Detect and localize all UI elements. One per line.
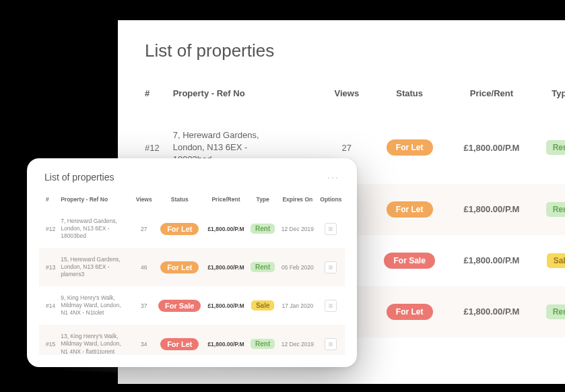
col-type: Type bbox=[247, 189, 277, 209]
cell-status: For Sale bbox=[155, 286, 204, 325]
col-property: Property - Ref No bbox=[58, 189, 133, 209]
cell-status: For Sale bbox=[370, 235, 449, 286]
col-num: # bbox=[39, 189, 58, 209]
cell-price: £1,800.00/P.M bbox=[205, 209, 248, 248]
status-badge: For Sale bbox=[158, 300, 201, 312]
col-price: Price/Rent bbox=[449, 68, 534, 112]
cell-type: Rent bbox=[247, 209, 277, 248]
status-badge: For Let bbox=[387, 201, 433, 218]
col-status: Status bbox=[155, 189, 204, 209]
status-badge: For Let bbox=[160, 223, 199, 235]
col-options: Options bbox=[317, 189, 345, 209]
cell-status: For Let bbox=[370, 112, 449, 184]
cell-price: £1,800.00/P.M bbox=[449, 235, 534, 286]
cell-views: 46 bbox=[133, 248, 155, 286]
cell-status: For Let bbox=[155, 325, 204, 355]
cell-num: #13 bbox=[39, 248, 58, 286]
cell-type: Rent bbox=[534, 112, 565, 184]
col-expires: Expires On bbox=[278, 189, 317, 209]
type-badge: Sale bbox=[547, 253, 565, 268]
status-badge: For Sale bbox=[384, 253, 434, 269]
type-badge: Rent bbox=[251, 262, 275, 272]
cell-views: 37 bbox=[133, 286, 155, 325]
type-badge: Rent bbox=[546, 202, 565, 217]
col-views: Views bbox=[133, 189, 155, 209]
cell-status: For Let bbox=[155, 209, 204, 248]
table-row[interactable]: #14 9, King Henry's Walk,Mildmay Ward, L… bbox=[39, 286, 345, 325]
status-badge: For Let bbox=[387, 139, 433, 156]
table-row[interactable]: #13 15, Hereward Gardens,London, N13 6EX… bbox=[39, 248, 345, 286]
cell-expires: 05 Feb 2020 bbox=[278, 248, 317, 286]
list-icon bbox=[327, 226, 334, 232]
col-price: Price/Rent bbox=[205, 189, 248, 209]
cell-price: £1,800.00/P.M bbox=[449, 112, 534, 184]
cell-options bbox=[317, 325, 345, 355]
cell-property: 7, Hereward Gardens,London, N13 6EX - 18… bbox=[58, 209, 133, 248]
cell-price: £1,800.00/P.M bbox=[205, 325, 248, 355]
cell-options bbox=[317, 209, 345, 248]
cell-price: £1,800.00/P.M bbox=[449, 286, 534, 337]
cell-num: #15 bbox=[39, 325, 58, 355]
type-badge: Rent bbox=[251, 224, 275, 234]
device-mockup: List of properties ··· # Property - Ref … bbox=[27, 158, 357, 367]
cell-type: Rent bbox=[534, 286, 565, 337]
table-row[interactable]: #15 13, King Henry's Walk,Mildmay Ward, … bbox=[39, 325, 345, 355]
status-badge: For Let bbox=[160, 338, 199, 350]
list-icon bbox=[327, 302, 334, 309]
col-views: Views bbox=[323, 68, 370, 112]
table-row[interactable]: #12 7, Hereward Gardens,London, N13 6EX … bbox=[39, 209, 345, 248]
list-icon bbox=[327, 264, 334, 271]
cell-num: #14 bbox=[39, 286, 58, 325]
cell-property: 9, King Henry's Walk,Mildmay Ward, Londo… bbox=[58, 286, 133, 325]
page-title: List of properties bbox=[118, 20, 565, 68]
cell-options bbox=[317, 248, 345, 286]
cell-status: For Let bbox=[155, 248, 204, 286]
col-property: Property - Ref No bbox=[166, 68, 323, 112]
cell-views: 34 bbox=[133, 325, 155, 355]
row-options-button[interactable] bbox=[325, 338, 337, 350]
col-num: # bbox=[118, 68, 166, 112]
device-screen: List of properties ··· # Property - Ref … bbox=[39, 168, 345, 355]
cell-type: Rent bbox=[247, 325, 277, 355]
cell-property: 13, King Henry's Walk,Mildmay Ward, Lond… bbox=[58, 325, 133, 355]
row-options-button[interactable] bbox=[325, 300, 337, 312]
col-status: Status bbox=[370, 68, 449, 112]
floor-shadow bbox=[0, 364, 404, 384]
cell-type: Sale bbox=[247, 286, 277, 325]
more-menu-icon[interactable]: ··· bbox=[327, 172, 339, 183]
table-header-row: # Property - Ref No Views Status Price/R… bbox=[118, 68, 565, 112]
cell-price: £1,800.00/P.M bbox=[205, 286, 248, 325]
cell-status: For Let bbox=[370, 286, 449, 337]
col-type: Type bbox=[534, 68, 565, 112]
properties-table-device: # Property - Ref No Views Status Price/R… bbox=[39, 189, 345, 355]
cell-expires: 17 Jan 2020 bbox=[278, 286, 317, 325]
cell-property: 15, Hereward Gardens,London, N13 6EX - p… bbox=[58, 248, 133, 286]
cell-type: Rent bbox=[534, 184, 565, 235]
cell-price: £1,800.00/P.M bbox=[449, 184, 534, 235]
list-icon bbox=[327, 341, 334, 348]
row-options-button[interactable] bbox=[325, 261, 337, 273]
status-badge: For Let bbox=[160, 261, 199, 273]
cell-type: Rent bbox=[247, 248, 277, 286]
cell-type: Sale bbox=[534, 235, 565, 286]
cell-expires: 12 Dec 2019 bbox=[278, 325, 317, 355]
status-badge: For Let bbox=[387, 304, 433, 320]
table-header-row: # Property - Ref No Views Status Price/R… bbox=[39, 189, 345, 209]
row-options-button[interactable] bbox=[325, 223, 337, 235]
type-badge: Rent bbox=[251, 339, 275, 349]
cell-expires: 12 Dec 2019 bbox=[278, 209, 317, 248]
device-page-title: List of properties bbox=[44, 172, 114, 183]
cell-price: £1,800.00/P.M bbox=[205, 248, 248, 286]
cell-views: 27 bbox=[133, 209, 155, 248]
type-badge: Rent bbox=[546, 140, 565, 155]
cell-options bbox=[317, 286, 345, 325]
type-badge: Rent bbox=[546, 304, 565, 319]
cell-status: For Let bbox=[370, 184, 449, 235]
type-badge: Sale bbox=[251, 300, 275, 311]
cell-num: #12 bbox=[39, 209, 58, 248]
